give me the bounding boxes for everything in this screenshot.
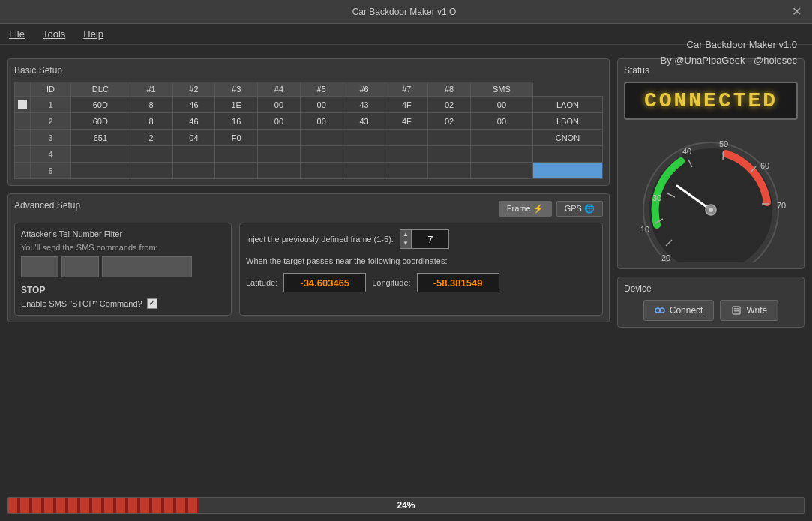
cell-f2[interactable] [215,163,258,179]
row-num: 3 [31,130,71,146]
write-icon [731,305,742,316]
cell-f4[interactable] [300,130,343,146]
cell-sms[interactable]: LBON [532,113,602,130]
cell-f2[interactable] [215,146,258,163]
cell-sms[interactable]: LAON [532,97,602,113]
col-f5: #5 [300,82,343,97]
basic-setup-title: Basic Setup [14,65,603,76]
cell-f1[interactable]: 46 [172,97,215,113]
cell-f6[interactable]: 4F [385,97,428,113]
cell-dlc[interactable] [130,163,172,179]
cell-f7[interactable] [428,146,471,163]
coords-label: When the target passes near the followin… [246,256,447,265]
menu-help[interactable]: Help [80,27,106,41]
app-title-line1: Car Backdoor Maker v1.0 [661,37,797,53]
row-num: 4 [31,146,71,163]
cell-f4[interactable] [300,146,343,163]
write-label: Write [746,305,767,316]
stop-enable-label: Enable SMS "STOP" Command? [21,299,142,308]
phone-inputs [21,256,225,277]
cell-f1[interactable]: 46 [172,113,215,130]
cell-f7[interactable]: 02 [428,97,471,113]
cell-sms[interactable] [532,146,602,163]
cell-f3[interactable] [258,163,301,179]
svg-rect-24 [734,310,739,312]
stop-enable: Enable SMS "STOP" Command? [21,298,225,309]
cell-f1[interactable] [172,146,215,163]
connect-button[interactable]: Connect [643,300,715,321]
cell-f5[interactable]: 43 [343,97,385,113]
phone-input-3[interactable] [102,256,192,277]
speedometer: 10 20 30 40 50 60 [628,127,793,262]
cell-sms[interactable]: CNON [532,130,602,146]
col-f1: #1 [130,82,172,97]
table-row: 260D846160000434F0200LBON [15,113,603,130]
cell-f4[interactable]: 00 [300,97,343,113]
menu-tools[interactable]: Tools [40,27,68,41]
row-checkbox[interactable] [18,100,27,109]
menu-file[interactable]: File [6,27,28,41]
spin-up[interactable]: ▲ [400,230,411,239]
row-checkbox-cell [15,113,31,130]
col-dlc: DLC [70,82,130,97]
cell-id[interactable]: 60D [70,97,130,113]
inject-frame-row: Inject the previously defined frame (1-5… [246,229,596,249]
write-button[interactable]: Write [720,300,778,321]
col-sms: SMS [470,82,532,97]
cell-f1[interactable]: 04 [172,130,215,146]
cell-f3[interactable]: 00 [258,113,301,130]
cell-id[interactable] [70,146,130,163]
cell-id[interactable]: 60D [70,113,130,130]
cell-f8[interactable] [470,130,532,146]
cell-id[interactable] [70,163,130,179]
col-f2: #2 [172,82,215,97]
close-button[interactable]: ✕ [787,3,806,20]
cell-id[interactable]: 651 [70,130,130,146]
cell-f1[interactable] [172,163,215,179]
cell-f6[interactable]: 4F [385,113,428,130]
frame-spinner: ▲ ▼ [400,229,449,249]
svg-point-20 [660,308,664,313]
frame-input[interactable] [412,229,449,249]
cell-f5[interactable]: 43 [343,113,385,130]
table-row: 3651204F0CNON [15,130,603,146]
cell-f6[interactable] [385,130,428,146]
cell-f7[interactable] [428,163,471,179]
cell-f8[interactable] [470,163,532,179]
cell-f4[interactable] [300,163,343,179]
phone-input-2[interactable] [61,256,99,277]
row-checkbox-cell [15,146,31,163]
cell-f3[interactable]: 00 [258,97,301,113]
cell-f6[interactable] [385,146,428,163]
cell-f6[interactable] [385,163,428,179]
cell-f5[interactable] [343,130,385,146]
cell-f8[interactable]: 00 [470,113,532,130]
cell-dlc[interactable]: 8 [130,97,172,113]
cell-f5[interactable] [343,146,385,163]
cell-f3[interactable] [258,146,301,163]
cell-f7[interactable] [428,130,471,146]
tab-frame[interactable]: Frame ⚡ [499,201,552,217]
cell-f3[interactable] [258,130,301,146]
status-panel: Status CONNECTED [617,58,805,269]
cell-dlc[interactable]: 8 [130,113,172,130]
table-row: 160D8461E0000434F0200LAON [15,97,603,113]
spin-down[interactable]: ▼ [400,239,411,248]
cell-f2[interactable]: 16 [215,113,258,130]
cell-sms[interactable] [532,163,602,179]
table-row: 4 [15,146,603,163]
cell-dlc[interactable]: 2 [130,130,172,146]
tab-gps[interactable]: GPS 🌐 [556,201,603,217]
cell-f2[interactable]: F0 [215,130,258,146]
lat-input[interactable] [283,273,366,292]
stop-checkbox[interactable] [147,298,157,309]
cell-f8[interactable]: 00 [470,97,532,113]
cell-f5[interactable] [343,163,385,179]
cell-dlc[interactable] [130,146,172,163]
cell-f4[interactable]: 00 [300,113,343,130]
phone-input-1[interactable] [21,256,58,277]
lon-input[interactable] [417,273,499,292]
cell-f2[interactable]: 1E [215,97,258,113]
cell-f8[interactable] [470,146,532,163]
cell-f7[interactable]: 02 [428,113,471,130]
